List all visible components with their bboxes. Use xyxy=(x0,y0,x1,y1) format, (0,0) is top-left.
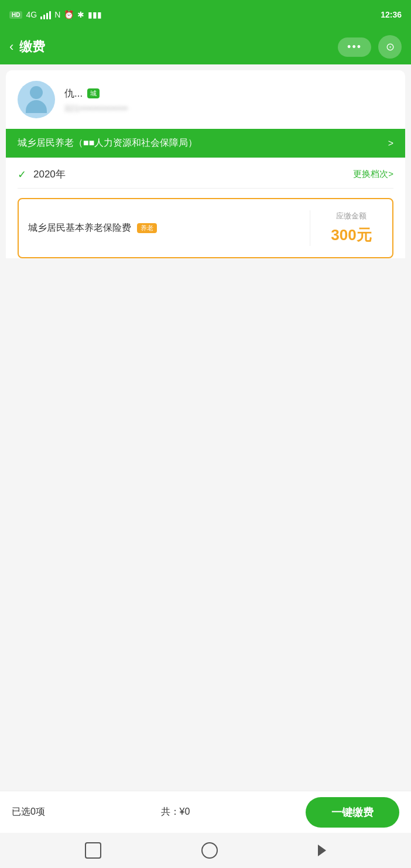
change-level-button[interactable]: 更换档次> xyxy=(353,169,393,180)
scan-button[interactable]: ⊙ xyxy=(378,35,402,59)
page-title: 缴费 xyxy=(19,38,45,56)
service-banner[interactable]: 城乡居民养老（■■人力资源和社会保障局） > xyxy=(6,129,405,158)
insurance-right: 应缴金额 300元 xyxy=(310,199,392,257)
selected-count: 已选0项 xyxy=(12,806,45,818)
nfc-icon: N xyxy=(54,10,60,19)
time-display: 12:36 xyxy=(381,10,402,19)
insurance-left: 城乡居民基本养老保险费 养老 xyxy=(19,210,310,246)
check-icon: ✓ xyxy=(18,168,26,181)
status-bar-right: 12:36 xyxy=(381,10,402,19)
year-text: 2020年 xyxy=(33,168,66,181)
total-amount: 共：¥0 xyxy=(161,806,190,818)
bluetooth-icon: ✱ xyxy=(77,10,84,19)
signal-bars xyxy=(40,10,51,19)
gesture-bar xyxy=(0,833,411,868)
signal-bar-4 xyxy=(49,11,51,19)
service-banner-text: 城乡居民养老（■■人力资源和社会保障局） xyxy=(18,137,197,149)
signal-bar-2 xyxy=(43,15,45,19)
user-id-masked: 321•••••••••••••• xyxy=(64,104,128,113)
user-card: 仇... 城 321•••••••••••••• xyxy=(6,70,405,129)
back-button[interactable]: ‹ 缴费 xyxy=(9,38,45,56)
pay-button[interactable]: 一键缴费 xyxy=(306,797,399,828)
home-square-icon[interactable] xyxy=(85,842,101,859)
insurance-name: 城乡居民基本养老保险费 xyxy=(28,222,131,234)
back-triangle-icon[interactable] xyxy=(318,845,326,856)
signal-bar-1 xyxy=(40,16,42,19)
user-info: 仇... 城 321•••••••••••••• xyxy=(64,87,393,113)
avatar-head xyxy=(30,86,43,99)
bottom-bar: 已选0项 共：¥0 一键缴费 xyxy=(0,791,411,833)
year-check: ✓ 2020年 xyxy=(18,168,66,181)
status-bar-left: HD 4G N ⏰ ✱ ▮▮▮ xyxy=(9,10,102,19)
amount-label: 应缴金额 xyxy=(320,211,383,221)
avatar-body xyxy=(26,100,47,113)
alarm-icon: ⏰ xyxy=(64,10,74,19)
insurance-card[interactable]: 城乡居民基本养老保险费 养老 应缴金额 300元 xyxy=(18,198,393,258)
scan-icon: ⊙ xyxy=(386,40,395,53)
year-section: ✓ 2020年 更换档次> 城乡居民基本养老保险费 养老 应缴金额 300元 xyxy=(6,158,405,258)
battery-icon: ▮▮▮ xyxy=(88,10,102,19)
city-badge: 城 xyxy=(87,88,100,98)
main-content: 仇... 城 321•••••••••••••• 城乡居民养老（■■人力资源和社… xyxy=(0,64,411,668)
signal-bar-3 xyxy=(46,13,48,19)
user-name-row: 仇... 城 xyxy=(64,87,393,100)
service-banner-arrow: > xyxy=(388,138,393,149)
yanglao-badge: 养老 xyxy=(137,223,157,233)
avatar xyxy=(18,81,55,118)
nav-bar: ‹ 缴费 ••• ⊙ xyxy=(0,29,411,64)
year-header: ✓ 2020年 更换档次> xyxy=(18,158,393,189)
amount-value: 300元 xyxy=(320,225,383,245)
hd-badge: HD xyxy=(9,11,22,19)
back-icon[interactable]: ‹ xyxy=(9,39,13,54)
nav-actions: ••• ⊙ xyxy=(338,35,402,59)
user-name: 仇... xyxy=(64,87,83,100)
empty-space xyxy=(0,270,411,668)
home-circle-icon[interactable] xyxy=(201,842,218,859)
status-bar: HD 4G N ⏰ ✱ ▮▮▮ 12:36 xyxy=(0,0,411,29)
more-options-button[interactable]: ••• xyxy=(338,37,371,57)
user-id: 321•••••••••••••• xyxy=(64,104,393,113)
signal-4g: 4G xyxy=(26,10,37,19)
avatar-figure xyxy=(26,86,47,113)
